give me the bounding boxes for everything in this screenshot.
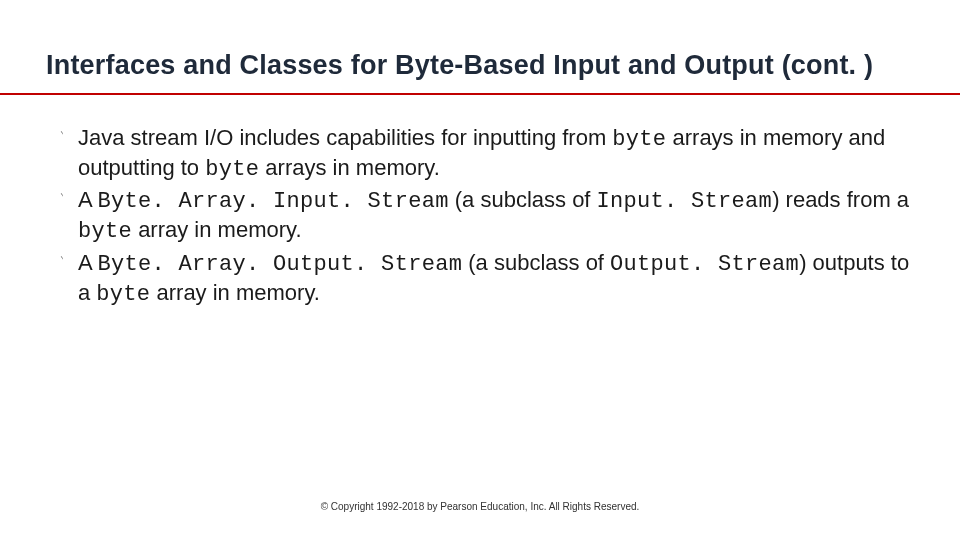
bullet-item: ֙Java stream I/O includes capabilities f…	[60, 124, 912, 184]
bullet-item: ֙A Byte. Array. Input. Stream (a subclas…	[60, 186, 912, 246]
plain-text: Java stream I/O includes capabilities fo…	[78, 125, 612, 150]
title-underline	[0, 93, 960, 95]
plain-text: ) reads from a	[772, 187, 909, 212]
plain-text: array in memory.	[150, 280, 320, 305]
code-text: Byte. Array. Input. Stream	[98, 189, 449, 214]
code-text: byte	[96, 282, 150, 307]
bullet-marker-icon: ֙	[60, 249, 78, 309]
code-text: Byte. Array. Output. Stream	[98, 252, 463, 277]
plain-text: arrays in memory.	[259, 155, 440, 180]
plain-text: array in memory.	[132, 217, 302, 242]
slide-title: Interfaces and Classes for Byte-Based In…	[46, 50, 920, 81]
slide: Interfaces and Classes for Byte-Based In…	[0, 0, 960, 540]
bullet-marker-icon: ֙	[60, 124, 78, 184]
bullet-item: ֙A Byte. Array. Output. Stream (a subcla…	[60, 249, 912, 309]
bullet-text: Java stream I/O includes capabilities fo…	[78, 124, 912, 184]
bullet-text: A Byte. Array. Input. Stream (a subclass…	[78, 186, 912, 246]
slide-body: ֙Java stream I/O includes capabilities f…	[60, 124, 912, 311]
bullet-marker-icon: ֙	[60, 186, 78, 246]
code-text: byte	[612, 127, 666, 152]
plain-text: (a subclass of	[449, 187, 597, 212]
code-text: Output. Stream	[610, 252, 799, 277]
code-text: byte	[205, 157, 259, 182]
plain-text: A	[78, 187, 98, 212]
bullet-text: A Byte. Array. Output. Stream (a subclas…	[78, 249, 912, 309]
code-text: Input. Stream	[597, 189, 773, 214]
plain-text: A	[78, 250, 98, 275]
code-text: byte	[78, 219, 132, 244]
plain-text: (a subclass of	[462, 250, 610, 275]
copyright-footer: © Copyright 1992-2018 by Pearson Educati…	[0, 501, 960, 512]
